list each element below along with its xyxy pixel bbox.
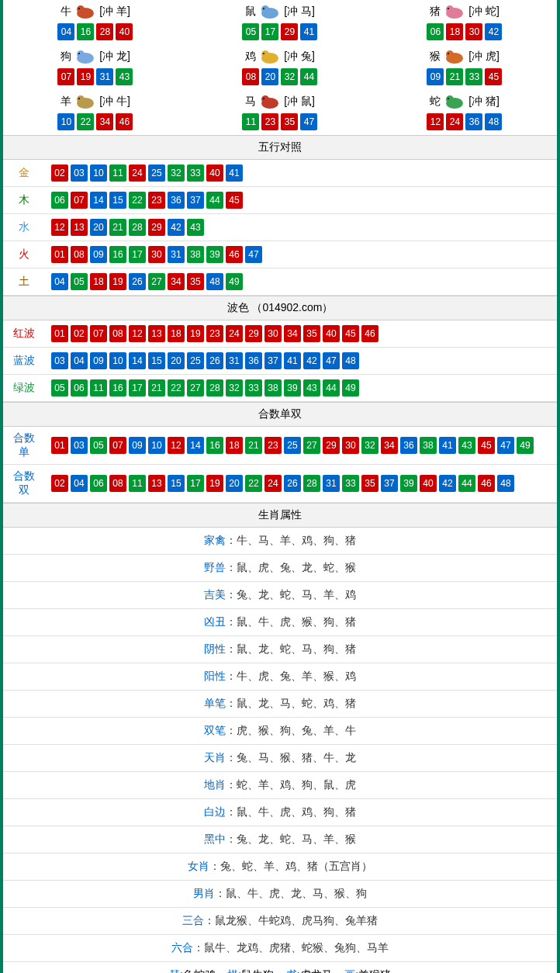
number-ball: 14 — [187, 437, 204, 454]
number-ball: 09 — [129, 437, 146, 454]
row-balls: 03040910141520252631363741424748 — [45, 348, 557, 375]
number-ball: 39 — [284, 379, 301, 396]
attr-label: 家禽 — [204, 534, 226, 546]
number-ball: 46 — [478, 475, 495, 492]
number-ball: 23 — [206, 325, 223, 342]
number-ball: 35 — [281, 113, 298, 130]
zodiac-cell: 牛[冲 羊]04162840 — [3, 0, 188, 45]
attr-value: ：鼠、牛、虎、龙、马、猴、狗 — [215, 887, 367, 899]
row-label: 火 — [3, 241, 45, 268]
row-label: 合数单 — [3, 427, 45, 465]
number-ball: 44 — [323, 379, 340, 396]
number-ball: 41 — [300, 23, 317, 40]
table-row: 土04051819262734354849 — [3, 268, 557, 296]
number-ball: 09 — [90, 352, 107, 369]
number-ball: 38 — [264, 379, 282, 396]
number-ball: 24 — [226, 325, 243, 342]
number-ball: 20 — [226, 475, 243, 492]
number-ball: 30 — [342, 437, 359, 454]
number-ball: 17 — [187, 475, 204, 492]
number-ball: 36 — [465, 113, 482, 130]
number-ball: 02 — [71, 325, 88, 342]
svg-point-8 — [448, 8, 449, 9]
number-ball: 49 — [226, 273, 243, 290]
table-row: 火0108091617303138394647 — [3, 241, 557, 268]
number-ball: 11 — [129, 475, 146, 492]
number-ball: 32 — [168, 164, 185, 182]
number-ball: 46 — [361, 325, 379, 342]
zodiac-cell: 鼠[冲 马]05172941 — [188, 0, 372, 45]
row-balls: 1213202128294243 — [45, 214, 557, 241]
number-ball: 38 — [420, 437, 437, 454]
attr-label: 天肖 — [204, 751, 226, 764]
number-ball: 46 — [116, 113, 133, 130]
zodiac-cell: 蛇[冲 猪]12243648 — [372, 90, 557, 135]
footer-c-label: 书: — [286, 968, 300, 973]
number-ball: 10 — [109, 352, 126, 369]
zodiac-cell: 羊[冲 牛]10223446 — [3, 90, 188, 135]
attr-value: ：蛇、羊、鸡、狗、鼠、虎 — [226, 778, 356, 791]
number-ball: 07 — [71, 192, 88, 209]
number-ball: 19 — [109, 273, 126, 290]
number-ball: 16 — [109, 379, 126, 396]
attr-row: 阴性：鼠、龙、蛇、马、狗、猪 — [3, 636, 557, 663]
bose-table: 红波0102070812131819232429303435404546蓝波03… — [3, 320, 557, 402]
row-label: 土 — [3, 268, 45, 296]
number-ball: 03 — [71, 437, 88, 454]
number-ball: 21 — [148, 379, 165, 396]
number-ball: 12 — [168, 437, 185, 454]
number-ball: 17 — [129, 379, 146, 396]
attr-label: 三合 — [182, 914, 204, 926]
number-ball: 28 — [303, 475, 320, 492]
footer-d-val: 羊猴猪 — [358, 968, 391, 973]
number-ball: 44 — [300, 68, 317, 85]
number-ball: 41 — [226, 164, 243, 182]
number-ball: 16 — [206, 437, 223, 454]
number-ball: 19 — [187, 325, 204, 342]
section-header-shuxing: 生肖属性 — [3, 503, 557, 528]
number-ball: 45 — [342, 325, 359, 342]
row-balls: 0204060811131517192022242628313335373940… — [45, 465, 557, 503]
zodiac-animal-icon — [442, 3, 467, 20]
number-ball: 08 — [109, 475, 126, 492]
footer-row: 琴:兔蛇鸡 棋:鼠牛狗 书:虎龙马 画:羊猴猪 — [3, 962, 557, 973]
svg-point-19 — [77, 95, 85, 103]
attr-row: 白边：鼠、牛、虎、鸡、狗、猪 — [3, 799, 557, 826]
number-ball: 18 — [168, 325, 185, 342]
zodiac-cell: 马[冲 鼠]11233547 — [188, 90, 372, 135]
number-ball: 08 — [242, 68, 259, 85]
number-ball: 17 — [261, 23, 278, 40]
number-ball: 48 — [485, 113, 502, 130]
number-ball: 24 — [264, 475, 282, 492]
number-ball: 31 — [323, 475, 340, 492]
number-ball: 34 — [284, 325, 301, 342]
number-ball: 16 — [77, 23, 94, 40]
number-ball: 23 — [261, 113, 278, 130]
row-label: 金 — [3, 160, 45, 187]
footer-b-label: 棋: — [227, 968, 241, 973]
svg-point-7 — [446, 5, 454, 13]
number-ball: 38 — [187, 246, 204, 263]
attr-row: 六合：鼠牛、龙鸡、虎猪、蛇猴、兔狗、马羊 — [3, 935, 557, 962]
row-label: 蓝波 — [3, 348, 45, 375]
attr-value: ：牛、虎、兔、羊、猴、鸡 — [226, 670, 356, 682]
attr-label: 女肖 — [188, 860, 209, 872]
attr-value: ：兔、蛇、羊、鸡、猪（五宫肖） — [209, 860, 372, 872]
number-ball: 25 — [148, 164, 165, 182]
svg-point-22 — [261, 95, 269, 103]
number-ball: 32 — [281, 68, 298, 85]
number-ball: 05 — [51, 379, 68, 396]
row-label: 水 — [3, 214, 45, 241]
number-ball: 30 — [148, 246, 165, 263]
number-ball: 06 — [51, 192, 68, 209]
number-ball: 20 — [168, 352, 185, 369]
svg-point-17 — [448, 53, 449, 54]
row-label: 木 — [3, 187, 45, 214]
attr-value: ：鼠龙猴、牛蛇鸡、虎马狗、兔羊猪 — [204, 914, 378, 926]
number-ball: 14 — [129, 352, 146, 369]
number-ball: 12 — [51, 219, 68, 236]
number-ball: 09 — [90, 246, 107, 263]
attr-row: 吉美：兔、龙、蛇、马、羊、鸡 — [3, 582, 557, 609]
number-ball: 42 — [168, 219, 185, 236]
svg-point-13 — [261, 50, 269, 58]
